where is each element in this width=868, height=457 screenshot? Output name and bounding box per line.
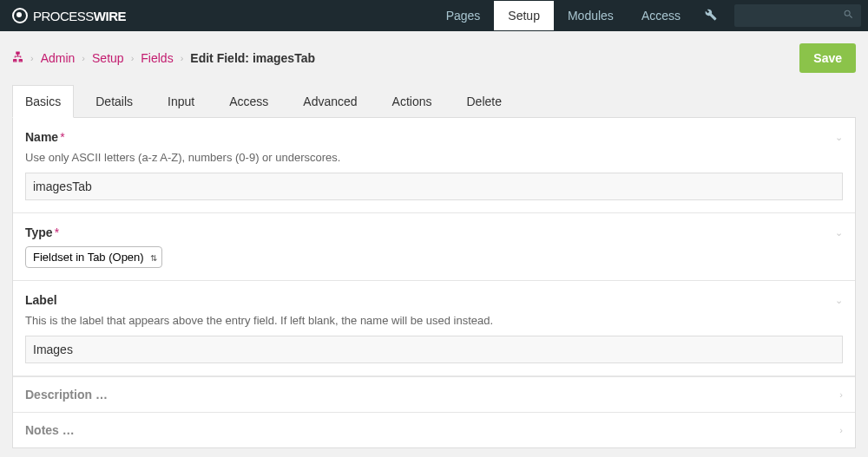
chevron-right-icon: › — [839, 389, 843, 400]
svg-rect-1 — [14, 59, 16, 61]
chevron-right-icon: › — [131, 53, 135, 63]
chevron-right-icon: › — [181, 53, 184, 63]
tab-delete[interactable]: Delete — [454, 85, 515, 118]
field-label-label: Label — [25, 293, 843, 307]
nav-modules[interactable]: Modules — [554, 1, 628, 30]
field-notes-block[interactable]: Notes … › — [13, 412, 855, 447]
search-icon — [843, 9, 854, 23]
search-wrapper — [734, 4, 861, 27]
chevron-down-icon[interactable]: ⌄ — [835, 227, 843, 238]
svg-rect-0 — [16, 52, 19, 54]
field-description-block[interactable]: Description … › — [13, 376, 855, 412]
brand-logo[interactable]: PROCESSWIRE — [12, 8, 126, 23]
field-name-input[interactable] — [25, 173, 843, 200]
nav-access[interactable]: Access — [628, 1, 694, 30]
top-nav-links: Pages Setup Modules Access — [432, 1, 861, 30]
field-name-help: Use only ASCII letters (a-z A-Z), number… — [25, 151, 843, 164]
save-button-top[interactable]: Save — [799, 43, 856, 73]
field-type-block: ⌄ Type* Fieldset in Tab (Open) ⇅ — [13, 213, 855, 281]
tab-basics[interactable]: Basics — [12, 85, 74, 118]
chevron-right-icon: › — [30, 53, 34, 63]
nav-pages[interactable]: Pages — [432, 1, 495, 30]
wrench-icon[interactable] — [694, 9, 727, 23]
field-label-input[interactable] — [25, 336, 843, 363]
tab-details[interactable]: Details — [82, 85, 146, 118]
breadcrumb: › Admin › Setup › Fields › Edit Field: i… — [12, 51, 315, 65]
field-name-block: ⌄ Name* Use only ASCII letters (a-z A-Z)… — [13, 118, 855, 213]
breadcrumb-current: Edit Field: imagesTab — [190, 51, 315, 65]
field-notes-label: Notes … — [25, 423, 75, 437]
sitemap-icon[interactable] — [12, 51, 23, 65]
field-type-select[interactable]: Fieldset in Tab (Open) — [25, 246, 162, 268]
brand-name: PROCESSWIRE — [33, 9, 126, 23]
field-type-label: Type* — [25, 225, 843, 239]
chevron-right-icon: › — [839, 425, 843, 435]
chevron-down-icon[interactable]: ⌄ — [835, 132, 843, 143]
field-label-block: ⌄ Label This is the label that appears a… — [13, 281, 855, 376]
breadcrumb-fields[interactable]: Fields — [141, 51, 173, 65]
tab-access[interactable]: Access — [216, 85, 281, 118]
processwire-logo-icon — [12, 8, 28, 23]
svg-rect-2 — [19, 59, 22, 61]
field-name-label: Name* — [25, 130, 843, 144]
tab-input[interactable]: Input — [155, 85, 207, 118]
tab-advanced[interactable]: Advanced — [290, 85, 370, 118]
chevron-right-icon: › — [82, 53, 85, 63]
field-label-help: This is the label that appears above the… — [25, 314, 843, 327]
breadcrumb-admin[interactable]: Admin — [41, 51, 76, 65]
tab-actions[interactable]: Actions — [379, 85, 445, 118]
content-area: Basics Details Input Access Advanced Act… — [0, 85, 868, 457]
form-panel: ⌄ Name* Use only ASCII letters (a-z A-Z)… — [12, 118, 856, 448]
field-description-label: Description … — [25, 388, 108, 402]
chevron-down-icon[interactable]: ⌄ — [835, 295, 843, 306]
nav-setup[interactable]: Setup — [494, 1, 554, 30]
field-tabs: Basics Details Input Access Advanced Act… — [12, 85, 856, 118]
breadcrumb-bar: › Admin › Setup › Fields › Edit Field: i… — [0, 31, 868, 85]
top-navigation-bar: PROCESSWIRE Pages Setup Modules Access — [0, 0, 868, 31]
breadcrumb-setup[interactable]: Setup — [92, 51, 124, 65]
